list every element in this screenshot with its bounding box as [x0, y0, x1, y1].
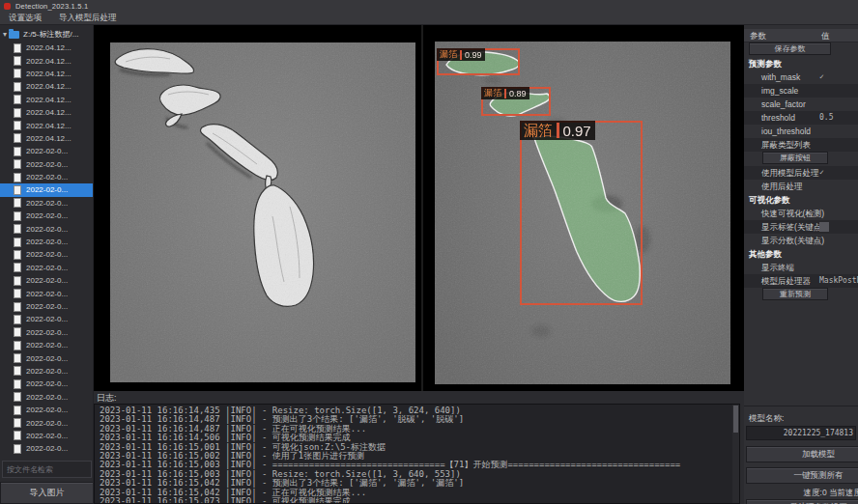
- tree-item[interactable]: 2022-02-0...: [0, 300, 94, 313]
- param-row[interactable]: 快速可视化(检测): [744, 207, 858, 220]
- tree-item[interactable]: 2022-02-0...: [0, 416, 94, 429]
- file-icon: [14, 121, 21, 130]
- value-column-header: 值: [821, 31, 830, 42]
- param-row[interactable]: 可视化参数: [744, 193, 858, 207]
- param-value[interactable]: 0.5: [819, 111, 833, 125]
- tree-item[interactable]: 2022-02-0...: [0, 158, 94, 171]
- param-row[interactable]: 屏蔽类型列表: [744, 138, 858, 152]
- tree-item[interactable]: 2022-02-0...: [0, 378, 94, 390]
- class-name: 漏箔: [440, 48, 457, 61]
- tree-item-label: 2022-02-0...: [26, 419, 68, 428]
- param-row[interactable]: 模型后处理器 MaskPostPro: [744, 274, 858, 288]
- tree-item[interactable]: 2022.04.12...: [0, 94, 94, 106]
- param-value[interactable]: [819, 222, 829, 232]
- tree-item[interactable]: 2022-02-0...: [0, 326, 94, 339]
- tree-item-label: 2022-02-0...: [26, 160, 68, 169]
- sidebar: ▾ Z:/5-标注数据/... 2022.04.12... 2022.04.12…: [0, 25, 94, 504]
- tree-item[interactable]: 2022-02-0...: [0, 391, 94, 404]
- param-row[interactable]: 预测参数: [744, 57, 858, 70]
- tree-item[interactable]: 2022-02-0...: [0, 287, 94, 299]
- detection-box: 漏箔 0.89: [481, 87, 551, 116]
- param-row[interactable]: img_scale: [744, 84, 858, 98]
- tree-item[interactable]: 2022-02-0...: [0, 222, 94, 235]
- param-row[interactable]: 使用后处理: [744, 180, 858, 193]
- menu-item[interactable]: 导入模型后处理: [59, 13, 117, 24]
- predict-all-button[interactable]: 一键预测所有: [746, 467, 858, 484]
- load-model-button[interactable]: 加载模型: [746, 446, 858, 462]
- tree-item-label: 2022.04.12...: [26, 96, 72, 104]
- tree-item[interactable]: 2022-02-0...: [0, 262, 94, 274]
- import-image-button[interactable]: 导入图片: [0, 482, 94, 504]
- tree-item[interactable]: 2022-02-0...: [0, 365, 94, 378]
- param-row[interactable]: 显示终端: [744, 261, 858, 274]
- param-row[interactable]: 其他参数: [744, 247, 858, 261]
- menu-item[interactable]: 设置选项: [9, 13, 42, 24]
- app-icon: [4, 3, 11, 10]
- param-row[interactable]: 显示标签(关键点): [744, 220, 858, 234]
- log-output[interactable]: 2023-01-11 16:16:14,435 |INFO| - Resize:…: [94, 404, 740, 504]
- param-value[interactable]: MaskPostPro: [819, 274, 858, 288]
- param-label: iou_threshold: [761, 126, 811, 136]
- param-row[interactable]: iou_threshold: [744, 125, 858, 138]
- tree-item-label: 2022-02-0...: [26, 264, 68, 272]
- tree-item[interactable]: 2022.04.12...: [0, 106, 94, 119]
- tree-item[interactable]: 2022-02-0...: [0, 171, 94, 183]
- tree-item-label: 2022-02-0...: [26, 250, 68, 259]
- tree-item[interactable]: 2022.04.12...: [0, 42, 94, 54]
- tree-item[interactable]: 2022.04.12...: [0, 80, 94, 93]
- param-row[interactable]: threshold 0.5: [744, 111, 858, 125]
- file-icon: [14, 198, 21, 208]
- param-label: 屏蔽类型列表: [761, 140, 811, 150]
- tree-item[interactable]: 2022-02-0...: [0, 183, 94, 196]
- param-row[interactable]: with_mask ✓: [744, 70, 858, 84]
- file-icon: [14, 327, 21, 337]
- tree-item-label: 2022-02-0...: [26, 211, 68, 220]
- tree-item[interactable]: 2022-02-0...: [0, 197, 94, 210]
- tree-item[interactable]: 2022.04.12...: [0, 68, 94, 80]
- tree-item-label: 2022-02-0...: [26, 173, 68, 182]
- tree-root[interactable]: ▾ Z:/5-标注数据/...: [0, 28, 94, 41]
- tree-item-label: 2022-02-0...: [26, 302, 68, 311]
- param-row[interactable]: 屏蔽按钮: [744, 152, 858, 166]
- tree-item-label: 2022.04.12...: [26, 43, 72, 52]
- panel-splitter: [421, 25, 423, 391]
- param-row[interactable]: 显示分数(关键点): [744, 234, 858, 247]
- file-icon: [14, 392, 21, 402]
- param-value[interactable]: ✓: [819, 70, 824, 84]
- file-icon: [14, 108, 21, 118]
- file-icon: [14, 147, 21, 156]
- tree-item[interactable]: 2022.04.12...: [0, 119, 94, 131]
- tree-item[interactable]: 2022.04.12...: [0, 132, 94, 145]
- prediction-image-panel: 漏箔 0.99 漏箔 0.89 漏箔 0.97: [435, 42, 730, 384]
- tree-item[interactable]: 2022-02-0...: [0, 210, 94, 222]
- tree-item[interactable]: 2022-02-0...: [0, 404, 94, 416]
- param-row[interactable]: 使用模型后处理 ✓: [744, 166, 858, 180]
- tree-item[interactable]: 2022-02-0...: [0, 339, 94, 351]
- tree-item[interactable]: 2022-02-0...: [0, 351, 94, 364]
- detection-box: 漏箔 0.97: [520, 121, 643, 305]
- tree-item[interactable]: 2022-02-0...: [0, 430, 94, 442]
- tree-item[interactable]: 2022-02-0...: [0, 313, 94, 325]
- app-window: Detection_2023.1.5.1 设置选项导入模型后处理 ▾ Z:/5-…: [0, 0, 858, 504]
- tree-item[interactable]: 2022-02-0...: [0, 274, 94, 287]
- tree-item-label: 2022-02-0...: [26, 185, 68, 194]
- param-row[interactable]: 保存参数: [744, 42, 858, 57]
- file-icon: [14, 185, 21, 195]
- chevron-down-icon: ▾: [3, 30, 7, 39]
- tree-item[interactable]: 2022-02-0...: [0, 236, 94, 248]
- param-row[interactable]: 重新预测: [744, 288, 858, 302]
- param-column-header: 参数: [750, 31, 766, 42]
- param-value[interactable]: ✓: [819, 166, 824, 180]
- param-label: 快速可视化(检测): [761, 209, 824, 218]
- tree-item[interactable]: 2022-02-0...: [0, 248, 94, 261]
- tree-item[interactable]: 2022.04.12...: [0, 54, 94, 67]
- log-scrollbar-thumb[interactable]: [733, 406, 738, 433]
- postprocess-settings-button[interactable]: 后处理参数设置: [746, 499, 858, 504]
- tree-item[interactable]: 2022-02-0...: [0, 145, 94, 157]
- search-input[interactable]: [2, 461, 92, 478]
- param-row[interactable]: scale_factor: [744, 98, 858, 111]
- confidence-score: 0.97: [563, 123, 591, 139]
- model-name-field[interactable]: 20221225_174813: [746, 426, 856, 440]
- tree-item[interactable]: 2022-02-0...: [0, 442, 94, 455]
- tree-item-label: 2022.04.12...: [26, 70, 72, 78]
